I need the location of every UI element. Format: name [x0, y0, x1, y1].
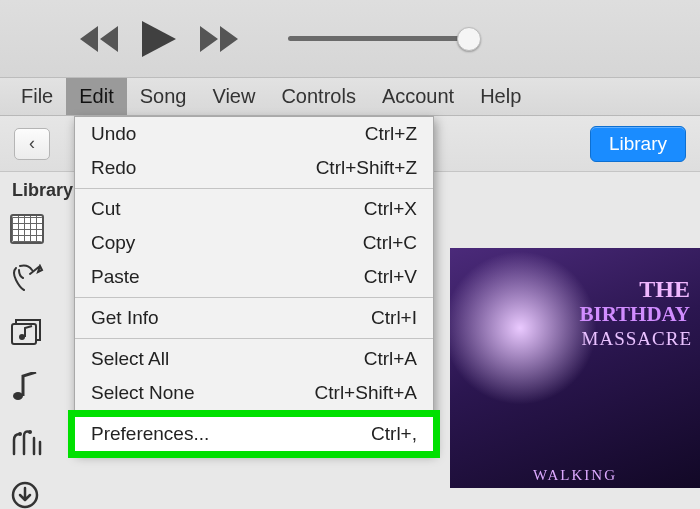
menu-item-shortcut: Ctrl+X	[364, 198, 417, 220]
menu-help[interactable]: Help	[467, 78, 534, 115]
songs-icon[interactable]	[10, 372, 44, 406]
menu-item-shortcut: Ctrl+Z	[365, 123, 417, 145]
menu-item-label: Paste	[91, 266, 140, 288]
recently-added-icon[interactable]	[10, 214, 44, 244]
menu-item-label: Select None	[91, 382, 195, 404]
menu-item-undo[interactable]: UndoCtrl+Z	[75, 117, 433, 151]
playback-controls	[80, 21, 238, 57]
menu-edit[interactable]: Edit	[66, 78, 126, 115]
play-icon[interactable]	[142, 21, 176, 57]
menu-separator	[75, 338, 433, 339]
menu-item-select-none[interactable]: Select NoneCtrl+Shift+A	[75, 376, 433, 410]
volume-slider[interactable]	[288, 27, 481, 51]
menu-separator	[75, 188, 433, 189]
menu-item-label: Select All	[91, 348, 169, 370]
menu-separator	[75, 413, 433, 414]
menu-item-redo[interactable]: RedoCtrl+Shift+Z	[75, 151, 433, 185]
menu-item-paste[interactable]: PasteCtrl+V	[75, 260, 433, 294]
menu-view[interactable]: View	[199, 78, 268, 115]
menu-controls[interactable]: Controls	[268, 78, 368, 115]
album-text-line3: MASSACRE	[582, 328, 692, 350]
artists-icon[interactable]	[10, 264, 44, 298]
menu-item-shortcut: Ctrl+A	[364, 348, 417, 370]
album-text-line2: BIRTHDAY	[579, 302, 690, 327]
menu-item-shortcut: Ctrl+,	[371, 423, 417, 445]
menu-item-label: Preferences...	[91, 423, 209, 445]
menu-item-get-info[interactable]: Get InfoCtrl+I	[75, 301, 433, 335]
genres-icon[interactable]	[10, 426, 44, 460]
menu-separator	[75, 297, 433, 298]
menu-item-copy[interactable]: CopyCtrl+C	[75, 226, 433, 260]
menu-item-select-all[interactable]: Select AllCtrl+A	[75, 342, 433, 376]
menu-bar: FileEditSongViewControlsAccountHelp	[0, 78, 700, 116]
menu-item-label: Undo	[91, 123, 136, 145]
menu-item-shortcut: Ctrl+Shift+Z	[316, 157, 417, 179]
album-text-line1: THE	[639, 276, 690, 303]
menu-song[interactable]: Song	[127, 78, 200, 115]
slider-track	[288, 36, 463, 41]
edit-menu-dropdown: UndoCtrl+ZRedoCtrl+Shift+ZCutCtrl+XCopyC…	[74, 116, 434, 452]
menu-item-cut[interactable]: CutCtrl+X	[75, 192, 433, 226]
svg-point-3	[18, 432, 22, 436]
downloaded-icon[interactable]	[10, 480, 44, 509]
menu-item-label: Cut	[91, 198, 121, 220]
playback-bar	[0, 0, 700, 78]
album-artwork[interactable]: THE BIRTHDAY MASSACRE WALKING	[450, 248, 700, 488]
svg-point-4	[28, 430, 32, 434]
back-button[interactable]: ‹	[14, 128, 50, 160]
menu-item-shortcut: Ctrl+V	[364, 266, 417, 288]
menu-item-preferences[interactable]: Preferences...Ctrl+,	[75, 417, 433, 451]
albums-icon[interactable]	[10, 318, 44, 352]
menu-item-shortcut: Ctrl+I	[371, 307, 417, 329]
chevron-left-icon: ‹	[29, 133, 35, 154]
menu-item-shortcut: Ctrl+C	[363, 232, 417, 254]
menu-account[interactable]: Account	[369, 78, 467, 115]
menu-item-label: Copy	[91, 232, 135, 254]
album-text-line4: WALKING	[533, 467, 617, 484]
library-button[interactable]: Library	[590, 126, 686, 162]
slider-knob[interactable]	[457, 27, 481, 51]
rewind-icon[interactable]	[80, 26, 118, 52]
sidebar-section-label: Library	[12, 180, 73, 201]
menu-item-shortcut: Ctrl+Shift+A	[315, 382, 417, 404]
menu-item-label: Get Info	[91, 307, 159, 329]
menu-file[interactable]: File	[8, 78, 66, 115]
sidebar	[10, 214, 64, 509]
menu-item-label: Redo	[91, 157, 136, 179]
fast-forward-icon[interactable]	[200, 26, 238, 52]
